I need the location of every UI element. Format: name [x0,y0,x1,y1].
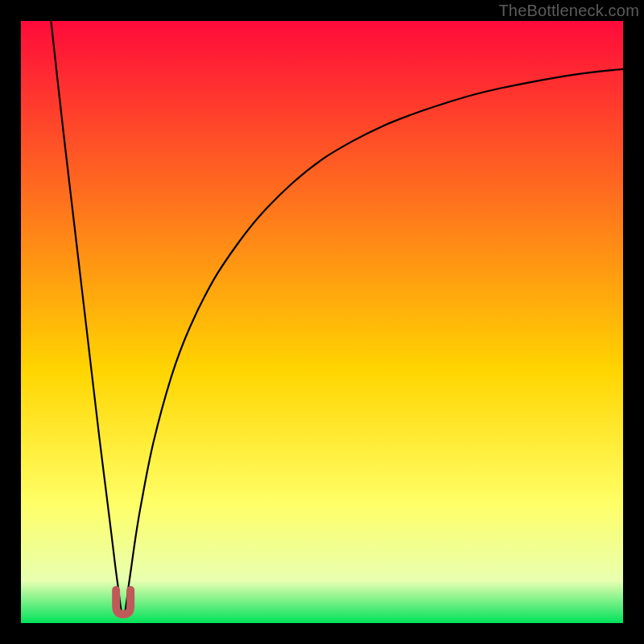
watermark-text: TheBottleneck.com [498,2,639,20]
chart-frame: TheBottleneck.com [0,0,644,644]
plot-area [21,21,623,623]
chart-svg [21,21,623,623]
